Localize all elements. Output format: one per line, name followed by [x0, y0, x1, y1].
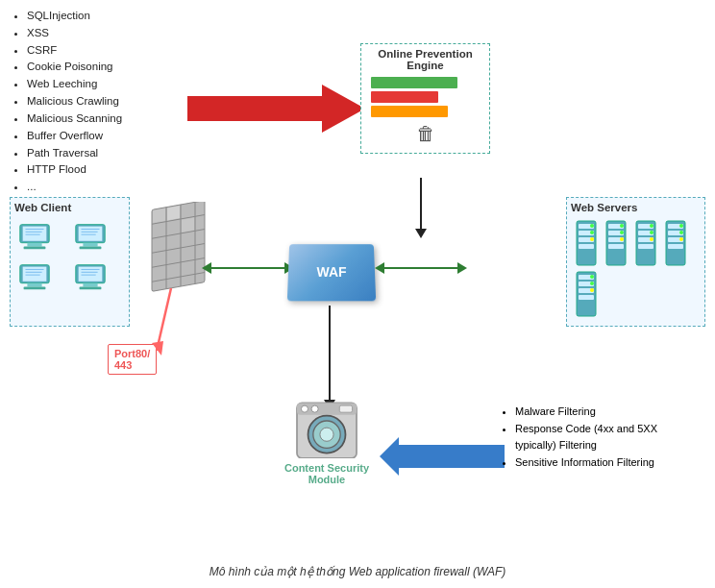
threat-arrow	[187, 85, 365, 133]
threat-item: CSRF	[27, 42, 187, 60]
ope-bar-red	[371, 91, 438, 103]
svg-point-66	[650, 237, 653, 241]
svg-marker-42	[152, 341, 163, 355]
port-arrow	[142, 283, 200, 360]
svg-rect-23	[83, 283, 97, 287]
diagram-container: SQLInjection XSS CSRF Cookie Poisoning W…	[0, 0, 715, 588]
caption: Mô hình của một hệ thống Web application…	[0, 565, 715, 578]
threat-item: HTTP Flood	[27, 161, 187, 179]
svg-rect-10	[79, 247, 101, 250]
svg-rect-17	[24, 287, 46, 290]
svg-rect-16	[27, 283, 41, 287]
arrow-ope-to-waf	[420, 178, 422, 231]
ope-box: Online PreventionEngine 🗑	[360, 43, 490, 154]
svg-point-64	[650, 224, 653, 228]
svg-rect-79	[579, 295, 594, 300]
svg-point-89	[311, 405, 318, 412]
webclient-box: Web Client	[10, 197, 130, 327]
webservers-icons	[571, 217, 701, 320]
threat-item: Malicious Crawling	[27, 93, 187, 110]
client-icon-4	[72, 259, 109, 296]
svg-line-41	[157, 288, 171, 351]
client-icon-1	[16, 219, 53, 256]
threat-list: SQLInjection XSS CSRF Cookie Poisoning W…	[10, 8, 187, 196]
svg-rect-9	[83, 243, 97, 247]
svg-rect-4	[23, 227, 47, 241]
svg-marker-0	[187, 85, 365, 133]
svg-rect-18	[23, 267, 47, 282]
svg-point-72	[679, 224, 683, 228]
threat-item: SQLInjection	[27, 8, 187, 25]
webservers-box: Web Servers	[566, 197, 705, 327]
svg-point-50	[590, 237, 594, 241]
webclient-title: Web Client	[14, 202, 125, 213]
svg-point-65	[650, 231, 653, 234]
svg-rect-39	[167, 206, 180, 220]
svg-point-74	[679, 237, 683, 241]
svg-rect-3	[24, 247, 46, 250]
arrow-waf-to-webservers	[382, 267, 459, 269]
waf-box: WAF	[284, 238, 380, 306]
csm-item-3: Sensitive Information Filtering	[515, 454, 687, 472]
csm-title: Content SecurityModule	[284, 462, 369, 485]
threat-item: ...	[27, 179, 187, 196]
ope-bar-orange	[371, 106, 448, 117]
svg-point-80	[590, 275, 594, 279]
webservers-title: Web Servers	[571, 202, 701, 213]
svg-point-56	[620, 224, 624, 228]
threat-item: Malicious Scanning	[27, 110, 187, 128]
svg-rect-25	[78, 267, 102, 282]
svg-rect-47	[579, 244, 594, 249]
svg-rect-2	[27, 243, 41, 247]
svg-rect-71	[668, 244, 683, 249]
svg-point-57	[620, 231, 624, 234]
client-icon-2	[72, 219, 109, 256]
svg-point-81	[590, 282, 594, 285]
threat-item: Web Leeching	[27, 76, 187, 93]
threat-item: Cookie Poisoning	[27, 59, 187, 76]
svg-rect-55	[608, 244, 624, 249]
svg-rect-24	[79, 287, 101, 290]
svg-rect-11	[78, 227, 102, 241]
arrow-webclient-to-waf	[210, 267, 286, 269]
csm-icon: 🫙 Content SecurityModule	[279, 399, 375, 485]
svg-point-58	[620, 237, 624, 241]
threat-item: XSS	[27, 25, 187, 42]
svg-rect-40	[182, 217, 194, 232]
svg-point-48	[590, 224, 594, 228]
webclient-icons	[14, 217, 125, 298]
csm-item-1: Malware Filtering	[515, 404, 687, 421]
svg-rect-63	[638, 244, 653, 249]
waf-label: WAF	[287, 244, 376, 301]
svg-rect-90	[339, 405, 352, 412]
ope-trash-icon: 🗑	[367, 123, 483, 145]
server-tower-3	[632, 219, 659, 267]
client-icon-3	[16, 259, 53, 296]
threat-item: Path Traversal	[27, 145, 187, 162]
ope-bar-green	[371, 77, 457, 88]
threat-item: Buffer Overflow	[27, 128, 187, 145]
svg-point-49	[590, 231, 594, 234]
svg-marker-91	[380, 437, 505, 476]
server-tower-1	[573, 219, 600, 267]
ope-bars	[367, 77, 483, 117]
washing-machine-svg	[288, 399, 365, 458]
svg-point-88	[301, 405, 308, 412]
server-tower-5	[573, 270, 600, 318]
svg-rect-38	[153, 208, 165, 223]
blue-arrow-to-csm	[380, 437, 505, 476]
server-tower-4	[662, 219, 689, 267]
threat-items: SQLInjection XSS CSRF Cookie Poisoning W…	[10, 8, 187, 196]
server-tower-2	[603, 219, 629, 267]
csm-item-2: Response Code (4xx and 5XX typically) Fi…	[515, 421, 687, 454]
csm-list: Malware Filtering Response Code (4xx and…	[500, 404, 687, 471]
csm-items: Malware Filtering Response Code (4xx and…	[500, 404, 687, 471]
ope-title: Online PreventionEngine	[367, 48, 483, 71]
arrow-waf-to-csm	[329, 306, 331, 402]
svg-point-87	[320, 428, 333, 441]
svg-point-82	[590, 288, 594, 292]
svg-point-73	[679, 231, 683, 234]
